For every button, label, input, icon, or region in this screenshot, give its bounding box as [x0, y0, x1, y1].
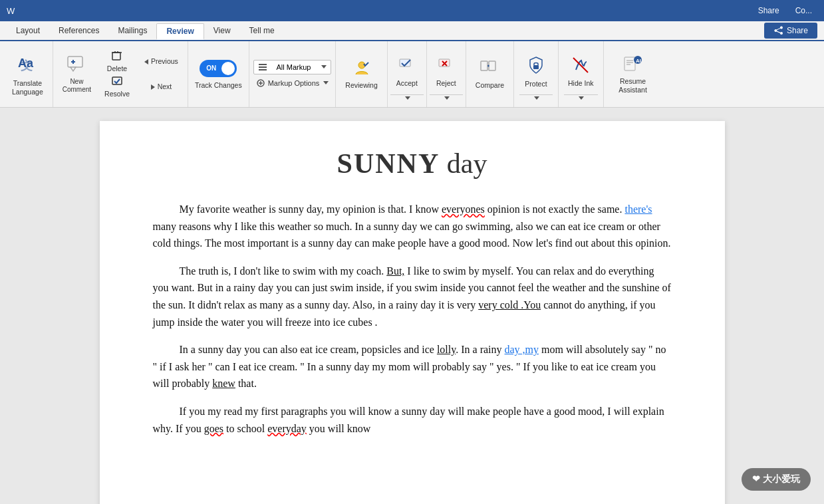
tab-view[interactable]: View — [204, 23, 240, 38]
translate-label: Translate — [13, 79, 42, 88]
resolve-icon — [111, 75, 123, 88]
protect-top-button[interactable]: Protect — [519, 48, 553, 94]
watermark: ❤ 大小爱玩 — [742, 468, 811, 491]
resume-assistant-label: Resume Assistant — [613, 77, 653, 94]
markup-options-chevron — [323, 81, 329, 84]
new-comment-button[interactable]: NewComment — [59, 48, 95, 101]
resolve-button[interactable]: Resolve — [100, 75, 134, 99]
svg-rect-14 — [259, 66, 267, 68]
protect-label: Protect — [525, 80, 547, 88]
hide-ink-split-btn: Hide Ink — [564, 48, 598, 101]
svg-rect-28 — [533, 65, 539, 69]
ribbon-toolbar: Aa 文 Translate Language NewComment — [0, 41, 824, 108]
next-icon-label: Next — [150, 82, 172, 91]
track-changes-toggle[interactable]: ON — [200, 60, 237, 77]
reject-dropdown-arrow[interactable] — [430, 94, 463, 101]
reviewing-button[interactable]: Reviewing — [341, 48, 381, 101]
protect-dropdown-arrow[interactable] — [519, 94, 553, 101]
protect-split-btn: Protect — [519, 48, 553, 101]
compare-group: Compare — [466, 41, 514, 107]
tab-review[interactable]: Review — [156, 23, 204, 40]
prev-next-group: Previous Next — [139, 50, 182, 99]
accept-icon — [398, 57, 416, 76]
svg-marker-11 — [144, 59, 148, 64]
underline-very-cold: very cold .You — [478, 299, 541, 311]
svg-rect-25 — [489, 61, 495, 70]
reject-icon — [438, 57, 455, 76]
accept-dropdown-arrow[interactable] — [390, 94, 424, 101]
reviewing-icon — [352, 59, 372, 78]
delete-resolve-group: Delete Resolve — [100, 50, 134, 99]
resolve-label: Resolve — [104, 90, 130, 98]
document-body: My favorite weather is sunny day, my opi… — [153, 201, 672, 437]
reject-label: Reject — [436, 79, 456, 88]
previous-icon-label: Previous — [143, 57, 178, 66]
track-changes-label: Track Changes — [195, 81, 242, 89]
tab-bar: Layout References Mailings Review View T… — [0, 21, 824, 41]
hide-ink-icon — [572, 57, 589, 76]
hide-ink-top-button[interactable]: Hide Ink — [564, 48, 598, 94]
svg-rect-6 — [112, 53, 120, 60]
svg-rect-15 — [259, 69, 267, 70]
language-label: Language — [12, 88, 43, 96]
svg-text:文: 文 — [21, 59, 33, 72]
title-bold: SUNNY — [337, 148, 440, 179]
tab-tell-me[interactable]: Tell me — [240, 23, 284, 38]
protect-icon — [527, 56, 545, 77]
tab-references[interactable]: References — [49, 23, 108, 38]
next-button[interactable]: Next — [139, 75, 182, 99]
top-bar: W Share Co... — [0, 0, 824, 21]
title-rest: day — [440, 148, 487, 179]
comments-group: NewComment Delete — [53, 41, 188, 107]
underline-lolly: lolly — [437, 344, 456, 355]
svg-marker-3 — [70, 67, 76, 71]
compare-button[interactable]: Compare — [472, 48, 508, 101]
resume-assistant-button[interactable]: AI Resume Assistant — [609, 48, 657, 101]
compare-icon — [480, 59, 499, 78]
svg-marker-12 — [151, 84, 155, 90]
translate-icon: Aa 文 — [17, 53, 38, 76]
reject-split-btn: Reject — [430, 48, 463, 101]
svg-rect-24 — [481, 61, 487, 70]
toggle-on-label: ON — [206, 64, 216, 72]
track-changes-group: ON Track Changes — [188, 41, 249, 107]
paragraph-3: In a sunny day you can also eat ice crea… — [153, 341, 672, 392]
accept-label: Accept — [396, 79, 418, 88]
spell-check-goes: goes — [204, 423, 223, 434]
hide-ink-group: Hide Ink — [559, 41, 604, 107]
document-area: SUNNY day My favorite weather is sunny d… — [0, 108, 824, 504]
underline-but: But, — [386, 265, 404, 277]
compare-label: Compare — [476, 81, 504, 90]
tab-mailings[interactable]: Mailings — [108, 23, 156, 38]
spell-check-everyday: everyday — [267, 423, 307, 434]
accept-top-button[interactable]: Accept — [390, 48, 424, 94]
share-button[interactable]: Share — [753, 5, 785, 17]
svg-rect-13 — [259, 64, 267, 65]
paragraph-2: The truth is, I don't like to swim with … — [153, 263, 672, 330]
hide-ink-dropdown-arrow[interactable] — [564, 94, 598, 101]
hide-ink-label: Hide Ink — [568, 79, 594, 88]
share-ribbon-button[interactable]: Share — [764, 23, 817, 39]
markup-options-icon — [256, 78, 265, 88]
svg-line-29 — [573, 58, 588, 72]
resume-assistant-group: AI Resume Assistant — [604, 41, 662, 107]
delete-button[interactable]: Delete — [100, 50, 134, 74]
markup-dropdown-chevron — [321, 65, 327, 68]
spell-check-everyones: everyones — [442, 203, 485, 215]
reviewing-group: Reviewing — [336, 41, 387, 107]
all-markup-dropdown[interactable]: All Markup — [253, 60, 332, 74]
markup-icon — [258, 63, 267, 72]
reject-top-button[interactable]: Reject — [430, 48, 463, 94]
translate-button[interactable]: Aa 文 Translate Language — [8, 48, 47, 101]
markup-options-group: All Markup Markup Options — [249, 41, 337, 107]
underline-knew: knew — [212, 378, 235, 389]
toggle-knob — [221, 62, 235, 75]
document-page: SUNNY day My favorite weather is sunny d… — [100, 121, 725, 504]
markup-options-button[interactable]: Markup Options — [253, 77, 332, 89]
tab-layout[interactable]: Layout — [7, 23, 49, 38]
resume-assistant-icon: AI — [623, 55, 643, 74]
co-button[interactable]: Co... — [790, 5, 817, 17]
new-comment-label: NewComment — [63, 78, 91, 94]
previous-button[interactable]: Previous — [139, 50, 182, 74]
new-comment-icon — [67, 55, 86, 75]
